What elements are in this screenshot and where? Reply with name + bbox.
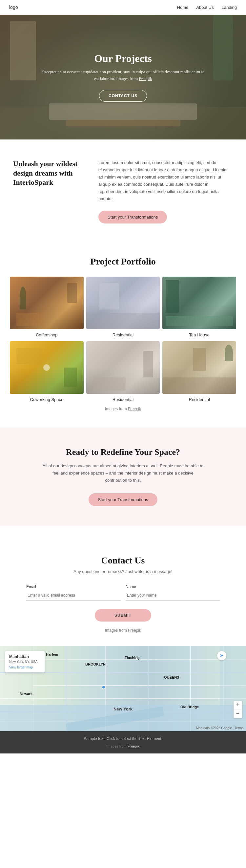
portfolio-label-residential1: Residential: [86, 329, 160, 339]
name-label: Name: [126, 585, 220, 589]
contact-freepik-link[interactable]: Freepik: [128, 628, 141, 633]
portfolio-item-coffeeshop[interactable]: Coffeeshop: [10, 277, 84, 339]
map-city-label: New York: [114, 707, 132, 711]
portfolio-section: Project Portfolio Coffeeshop Residential: [0, 243, 246, 418]
map-info-box: Manhattan New York, NY, USA View larger …: [5, 651, 44, 673]
portfolio-label-coffeeshop: Coffeeshop: [10, 329, 84, 339]
portfolio-item-teahouse[interactable]: Tea House: [162, 277, 236, 339]
contact-section: Contact Us Any questions or remarks? Jus…: [0, 535, 246, 646]
email-label: Email: [26, 585, 120, 589]
map-label-oldbridge: Old Bridge: [180, 705, 199, 709]
hero-content: Our Projects Excepteur sint occaecat cup…: [41, 53, 205, 102]
name-input[interactable]: [126, 590, 220, 600]
nav-home[interactable]: Home: [177, 5, 189, 10]
portfolio-item-coworking[interactable]: Coworking Space: [10, 341, 84, 403]
map-pin: [102, 685, 105, 689]
navbar: logo Home About Us Landing: [0, 0, 246, 15]
map-view-larger[interactable]: View larger map: [9, 665, 41, 669]
map-label-newark: Newark: [20, 692, 32, 696]
unleash-heading: Unleash your wildest design dreams with …: [13, 159, 85, 187]
map-direction-icon[interactable]: ➤: [217, 651, 226, 660]
contact-subtitle: Any questions or remarks? Just write us …: [26, 569, 220, 574]
portfolio-img-coworking: [10, 341, 84, 394]
contact-form-row: Email Name: [26, 585, 220, 600]
map-label-flushing: Flushing: [125, 656, 140, 660]
hero-title: Our Projects: [41, 53, 205, 65]
ready-title: Ready to Redefine Your Space?: [26, 447, 220, 457]
footer-images-from: Images from Freepik: [5, 744, 241, 748]
submit-button[interactable]: SUBMIT: [95, 609, 151, 622]
footer: Sample text. Click to select the Text El…: [0, 731, 246, 753]
portfolio-title: Project Portfolio: [10, 256, 236, 267]
footer-sample-text[interactable]: Sample text. Click to select the Text El…: [5, 736, 241, 741]
footer-freepik-link[interactable]: Freepik: [128, 744, 140, 748]
unleash-cta-button[interactable]: Start your Transformations: [98, 211, 167, 223]
ready-cta-button[interactable]: Start your Transformations: [89, 493, 157, 506]
portfolio-label-residential3: Residential: [162, 394, 236, 403]
portfolio-label-residential2: Residential: [86, 394, 160, 403]
hero-cta-button[interactable]: CONTACT US: [99, 90, 147, 102]
portfolio-img-residential2: [86, 341, 160, 394]
hero-description: Excepteur sint occaecat cupidatat non pr…: [41, 69, 205, 82]
map-zoom-in-button[interactable]: +: [234, 701, 242, 710]
contact-form: Email Name SUBMIT: [26, 585, 220, 622]
map-place-name: Manhattan: [9, 654, 41, 659]
unleash-left: Unleash your wildest design dreams with …: [13, 159, 85, 187]
portfolio-img-coffeeshop: [10, 277, 84, 329]
unleash-section: Unleash your wildest design dreams with …: [0, 140, 246, 243]
nav-about[interactable]: About Us: [196, 5, 214, 10]
portfolio-grid: Coffeeshop Residential Tea House Coworki…: [10, 277, 236, 403]
ready-section: Ready to Redefine Your Space? All of our…: [0, 428, 246, 526]
map-zoom-controls: + −: [234, 701, 242, 718]
portfolio-item-residential1[interactable]: Residential: [86, 277, 160, 339]
portfolio-img-residential1: [86, 277, 160, 329]
portfolio-item-residential2[interactable]: Residential: [86, 341, 160, 403]
name-field-container: Name: [126, 585, 220, 600]
portfolio-freepik-link[interactable]: Freepik: [128, 407, 141, 411]
portfolio-item-residential3[interactable]: Residential: [162, 341, 236, 403]
ready-body: All of our design concepts are aimed at …: [41, 462, 205, 484]
nav-links: Home About Us Landing: [177, 5, 237, 10]
map-watermark: Map data ©2023 Google | Terms: [196, 726, 243, 730]
email-input[interactable]: [26, 590, 120, 600]
portfolio-img-residential3: [162, 341, 236, 394]
unleash-body: Lorem ipsum dolor sit amet, consectetur …: [98, 159, 233, 203]
map-zoom-out-button[interactable]: −: [234, 710, 242, 718]
map-section: BROOKLYN QUEENS Flushing Newark Old Brid…: [0, 646, 246, 731]
portfolio-images-from: Images from Freepik: [10, 407, 236, 411]
portfolio-label-coworking: Coworking Space: [10, 394, 84, 403]
portfolio-img-teahouse: [162, 277, 236, 329]
logo: logo: [9, 5, 18, 10]
unleash-right: Lorem ipsum dolor sit amet, consectetur …: [98, 159, 233, 223]
hero-section: Our Projects Excepteur sint occaecat cup…: [0, 15, 246, 140]
map-label-harlem: Harlem: [46, 652, 58, 656]
nav-landing[interactable]: Landing: [222, 5, 237, 10]
map-label-queens: QUEENS: [164, 675, 179, 679]
email-field-container: Email: [26, 585, 120, 600]
portfolio-label-teahouse: Tea House: [162, 329, 236, 339]
map-address: New York, NY, USA: [9, 660, 41, 664]
map-label-brooklyn: BROOKLYN: [85, 662, 105, 666]
contact-images-from: Images from Freepik: [26, 628, 220, 633]
contact-title: Contact Us: [26, 555, 220, 566]
hero-freepik-link[interactable]: Freepik: [139, 76, 152, 81]
